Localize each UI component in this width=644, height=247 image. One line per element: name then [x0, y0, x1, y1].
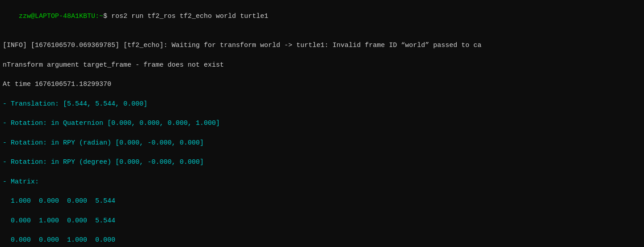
matrix-row2-1: 0.000 1.000 0.000 5.544 [3, 216, 641, 226]
prompt-symbol: $ [103, 13, 111, 20]
prompt-path: ~ [99, 13, 103, 20]
rotation-quat-1: - Rotation: in Quaternion [0.000, 0.000,… [3, 119, 641, 128]
info-line: [INFO] [1676106570.069369785] [tf2_echo]… [3, 41, 641, 51]
matrix-label-1: - Matrix: [3, 177, 641, 187]
translation-1: - Translation: [5.544, 5.544, 0.000] [3, 99, 641, 109]
info-cont-line: nTransform argument target_frame - frame… [3, 60, 641, 70]
command-text: ros2 run tf2_ros tf2_echo world turtle1 [111, 13, 268, 20]
terminal-window[interactable]: zzw@LAPTOP-48A1KBTU:~$ ros2 run tf2_ros … [0, 0, 644, 247]
rotation-rpy-deg-1: - Rotation: in RPY (degree) [0.000, -0.0… [3, 158, 641, 167]
rotation-rpy-rad-1: - Rotation: in RPY (radian) [0.000, -0.0… [3, 138, 641, 148]
matrix-row1-1: 1.000 0.000 0.000 5.544 [3, 196, 641, 206]
at-time-1: At time 1676106571.18299370 [3, 80, 641, 89]
prompt-line: zzw@LAPTOP-48A1KBTU:~$ ros2 run tf2_ros … [3, 2, 641, 31]
prompt-user: zzw@LAPTOP-48A1KBTU: [19, 13, 99, 20]
matrix-row3-1: 0.000 0.000 1.000 0.000 [3, 235, 641, 245]
